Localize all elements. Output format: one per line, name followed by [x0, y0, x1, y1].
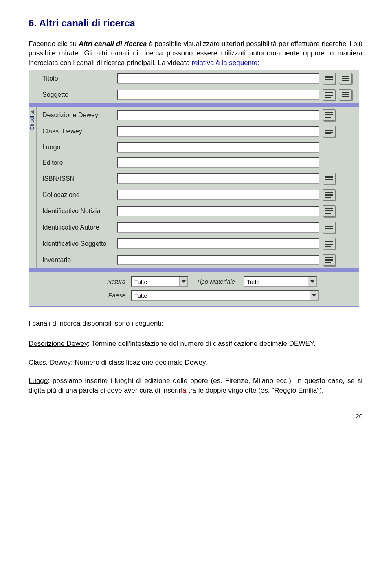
- row-soggetto: Soggetto: [41, 87, 354, 103]
- label-soggetto: Soggetto: [42, 90, 114, 99]
- channels-subhead: I canali di ricerca disponibili sono i s…: [29, 319, 362, 328]
- label-titolo: Titolo: [42, 74, 114, 83]
- select-natura[interactable]: Tutte: [131, 276, 188, 287]
- input-isbn[interactable]: [117, 173, 319, 184]
- label-id-autore: Identificativo Autore: [42, 223, 114, 232]
- help-button-titolo[interactable]: [323, 73, 336, 84]
- help-button-isbn[interactable]: [323, 173, 336, 184]
- input-class-dewey[interactable]: [117, 126, 319, 137]
- help-button-soggetto[interactable]: [323, 89, 336, 101]
- chevron-left-icon: [31, 109, 34, 114]
- label-editore: Editore: [42, 158, 114, 167]
- select-paese[interactable]: Tutte: [131, 290, 319, 301]
- def-descrizione-dewey: Descrizione Dewey: Termine dell'intestaz…: [29, 339, 362, 349]
- lines-icon: [325, 76, 333, 81]
- panel-top: Titolo Soggetto: [29, 70, 359, 103]
- chevron-down-icon: [308, 277, 316, 286]
- row-isbn: ISBN/ISSN: [41, 170, 354, 187]
- label-id-notizia: Identificativo Notizia: [42, 207, 114, 216]
- input-id-autore[interactable]: [117, 222, 319, 233]
- help-button-inventario[interactable]: [323, 254, 336, 266]
- label-id-soggetto: Identificativo Soggetto: [42, 239, 114, 248]
- separator: [29, 306, 359, 307]
- panel-bottom: Natura Tutte Tipo Materiale Tutte Paese …: [29, 272, 359, 306]
- input-luogo[interactable]: [117, 142, 319, 153]
- input-id-soggetto[interactable]: [117, 238, 319, 249]
- row-class-dewey: Class. Dewey: [41, 123, 354, 140]
- chiudi-tab[interactable]: Chiudi: [29, 107, 37, 268]
- label-inventario: Inventario: [42, 256, 114, 264]
- chevron-down-icon: [310, 291, 318, 300]
- lines-icon: [325, 92, 333, 98]
- lines-icon: [325, 192, 333, 198]
- section-heading: 6. Altri canali di ricerca: [29, 16, 362, 30]
- label-class-dewey: Class. Dewey: [42, 127, 114, 136]
- label-tipo: Tipo Materiale: [191, 277, 240, 286]
- separator: [29, 103, 359, 107]
- input-collocazione[interactable]: [117, 190, 319, 200]
- row-id-soggetto: Identificativo Soggetto: [41, 236, 354, 252]
- input-descr-dewey[interactable]: [117, 110, 319, 120]
- list-button-titolo[interactable]: [339, 73, 352, 84]
- row-inventario: Inventario: [41, 252, 354, 268]
- label-luogo: Luogo: [42, 143, 114, 152]
- select-tipo-value: Tutte: [244, 277, 308, 286]
- row-luogo: Luogo: [41, 140, 354, 155]
- select-tipo[interactable]: Tutte: [244, 276, 317, 287]
- intro-emph: Altri canali di ricerca: [79, 40, 147, 48]
- help-button-descr-dewey[interactable]: [323, 109, 336, 121]
- help-button-class-dewey[interactable]: [323, 126, 336, 137]
- help-button-id-notizia[interactable]: [323, 205, 336, 217]
- label-descr-dewey: Descrizione Dewey: [42, 111, 114, 120]
- row-titolo: Titolo: [41, 70, 354, 87]
- lines-icon: [325, 225, 333, 230]
- row-collocazione: Collocazione: [41, 187, 354, 203]
- intro-text-pre: Facendo clic su: [29, 40, 79, 48]
- search-form-screenshot: Titolo Soggetto Chiudi Descrizione Dewey: [29, 70, 359, 307]
- page-number: 20: [29, 412, 362, 420]
- panel-main: Chiudi Descrizione Dewey Class. Dewey Lu…: [29, 107, 359, 268]
- row-paese: Paese Tutte: [46, 290, 354, 301]
- chevron-down-icon: [179, 277, 187, 286]
- input-editore[interactable]: [117, 157, 319, 168]
- label-collocazione: Collocazione: [42, 190, 114, 199]
- input-inventario[interactable]: [117, 255, 319, 265]
- lines-icon: [325, 208, 333, 214]
- help-button-collocazione[interactable]: [323, 189, 336, 201]
- input-id-notizia[interactable]: [117, 206, 319, 216]
- row-editore: Editore: [41, 155, 354, 170]
- label-isbn: ISBN/ISSN: [42, 174, 114, 183]
- row-natura-tipo: Natura Tutte Tipo Materiale Tutte: [46, 276, 354, 287]
- text-class-dewey: : Numero di classificazione decimale Dew…: [71, 358, 207, 366]
- separator: [29, 268, 359, 272]
- row-id-notizia: Identificativo Notizia: [41, 203, 354, 219]
- chiudi-label: Chiudi: [29, 116, 36, 130]
- list-button-soggetto[interactable]: [339, 89, 352, 101]
- lines-icon: [325, 241, 333, 247]
- list-icon: [342, 92, 349, 97]
- term-luogo: Luogo: [29, 377, 48, 385]
- lines-icon: [325, 176, 333, 181]
- label-natura: Natura: [46, 277, 128, 286]
- list-icon: [342, 76, 349, 81]
- row-id-autore: Identificativo Autore: [41, 219, 354, 236]
- intro-paragraph: Facendo clic su Altri canali di ricerca …: [29, 39, 362, 68]
- def-luogo: Luogo: possiamo inserire i luoghi di edi…: [29, 376, 362, 396]
- text-luogo-2: tra le doppie virgolette (es. "Reggio Em…: [186, 387, 323, 394]
- help-button-id-autore[interactable]: [323, 222, 336, 233]
- text-descrizione-dewey: : Termine dell'intestazione del numero d…: [88, 340, 316, 348]
- help-button-id-soggetto[interactable]: [323, 238, 336, 249]
- select-paese-value: Tutte: [132, 291, 310, 300]
- term-class-dewey: Class. Dewey: [29, 358, 71, 366]
- lines-icon: [325, 129, 333, 134]
- input-soggetto[interactable]: [117, 90, 319, 100]
- select-natura-value: Tutte: [132, 277, 179, 286]
- intro-tail: relativa è la seguente:: [192, 59, 259, 67]
- label-paese: Paese: [46, 291, 128, 299]
- input-titolo[interactable]: [117, 73, 319, 84]
- term-descrizione-dewey: Descrizione Dewey: [29, 340, 88, 348]
- lines-icon: [325, 257, 333, 263]
- def-class-dewey: Class. Dewey: Numero di classificazione …: [29, 358, 362, 367]
- lines-icon: [325, 112, 333, 118]
- row-descr-dewey: Descrizione Dewey: [41, 107, 354, 123]
